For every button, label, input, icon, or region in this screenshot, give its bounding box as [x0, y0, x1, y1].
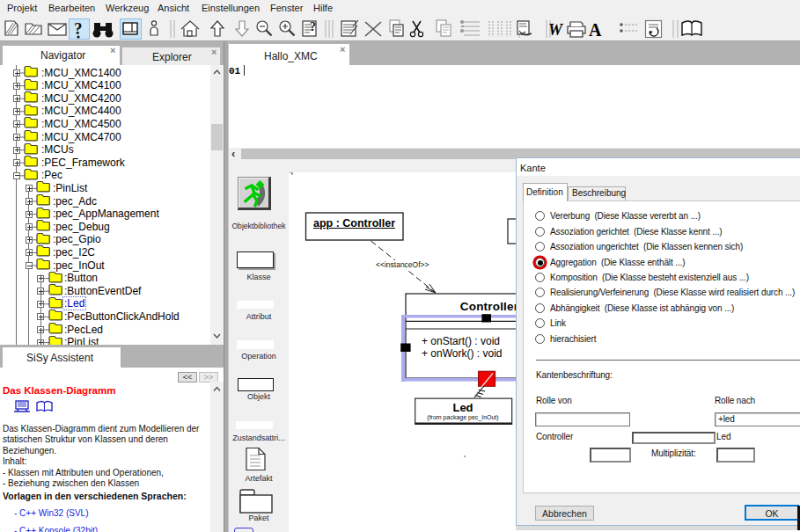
svg-text:A: A	[589, 20, 602, 40]
svg-text:?: ?	[310, 20, 316, 33]
svg-text:?: ?	[74, 19, 83, 38]
svg-text:W: W	[548, 21, 564, 39]
